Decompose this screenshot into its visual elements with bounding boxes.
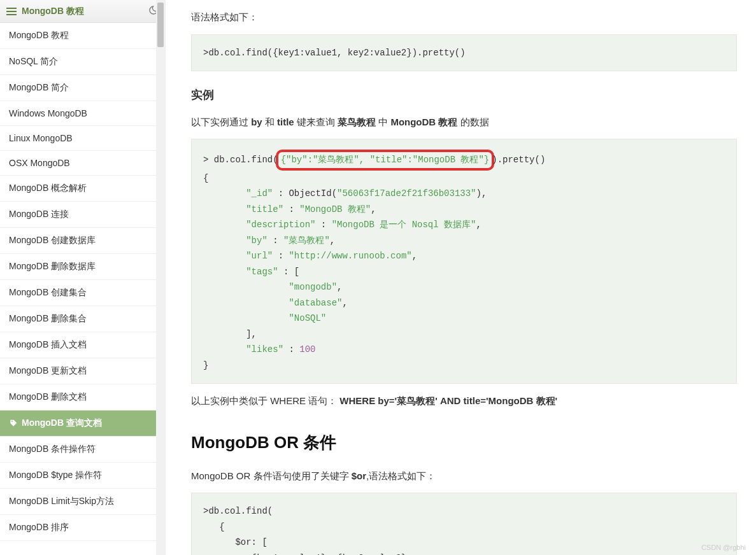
sidebar-item-label: MongoDB 排序 — [9, 522, 69, 532]
menu-icon — [6, 7, 17, 16]
sidebar-item-6[interactable]: MongoDB 概念解析 — [0, 176, 165, 202]
where-comparison: 以上实例中类似于 WHERE 语句： WHERE by='菜鸟教程' AND t… — [191, 393, 737, 409]
or-heading: MongoDB OR 条件 — [191, 428, 737, 456]
sidebar-item-label: MongoDB 简介 — [9, 82, 69, 92]
or-syntax-code: >db.col.find( { $or: [ {key1: value1}, {… — [191, 493, 737, 555]
sidebar-item-label: NoSQL 简介 — [9, 56, 58, 66]
sidebar-item-12[interactable]: MongoDB 插入文档 — [0, 332, 165, 358]
sidebar-item-label: MongoDB 概念解析 — [9, 183, 87, 193]
sidebar-item-11[interactable]: MongoDB 删除集合 — [0, 306, 165, 332]
highlighted-query: {"by":"菜鸟教程", "title":"MongoDB 教程"} — [276, 150, 495, 171]
sidebar-item-label: MongoDB 删除集合 — [9, 313, 87, 323]
sidebar-item-10[interactable]: MongoDB 创建集合 — [0, 280, 165, 306]
sidebar-header[interactable]: MongoDB 教程 — [0, 0, 165, 23]
sidebar-item-label: OSX MongoDB — [9, 158, 70, 168]
sidebar-item-13[interactable]: MongoDB 更新文档 — [0, 358, 165, 384]
scrollbar-thumb[interactable] — [157, 3, 164, 47]
sidebar-item-18[interactable]: MongoDB Limit与Skip方法 — [0, 489, 165, 515]
sidebar-item-label: MongoDB 教程 — [9, 30, 69, 40]
sidebar-item-2[interactable]: MongoDB 简介 — [0, 75, 165, 101]
sidebar-item-label: MongoDB 插入文档 — [9, 339, 87, 349]
sidebar-list: MongoDB 教程NoSQL 简介MongoDB 简介Windows Mong… — [0, 23, 165, 555]
sidebar-title: MongoDB 教程 — [22, 6, 84, 17]
sidebar-item-4[interactable]: Linux MongoDB — [0, 126, 165, 151]
sidebar-item-8[interactable]: MongoDB 创建数据库 — [0, 228, 165, 254]
sidebar-item-16[interactable]: MongoDB 条件操作符 — [0, 437, 165, 463]
and-syntax-code: >db.col.find({key1:value1, key2:value2})… — [191, 34, 737, 72]
sidebar-item-label: MongoDB 条件操作符 — [9, 444, 96, 454]
sidebar-item-14[interactable]: MongoDB 删除文档 — [0, 384, 165, 411]
sidebar-item-3[interactable]: Windows MongoDB — [0, 101, 165, 126]
tag-icon — [9, 419, 18, 428]
sidebar-item-1[interactable]: NoSQL 简介 — [0, 49, 165, 75]
sidebar-item-label: MongoDB 删除数据库 — [9, 261, 96, 271]
example-heading: 实例 — [191, 85, 737, 105]
sidebar-item-0[interactable]: MongoDB 教程 — [0, 23, 165, 49]
watermark: CSDN @rgbhi — [701, 544, 746, 551]
sidebar-item-17[interactable]: MongoDB $type 操作符 — [0, 463, 165, 489]
sidebar-item-label: MongoDB $type 操作符 — [9, 470, 102, 480]
sidebar-item-label: Linux MongoDB — [9, 133, 73, 143]
and-syntax-intro: 语法格式如下： — [191, 9, 737, 25]
sidebar-item-5[interactable]: OSX MongoDB — [0, 151, 165, 176]
sidebar-item-9[interactable]: MongoDB 删除数据库 — [0, 254, 165, 280]
sidebar-item-label: Windows MongoDB — [9, 108, 87, 118]
sidebar-item-label: MongoDB Limit与Skip方法 — [9, 496, 114, 506]
sidebar-item-label: MongoDB 查询文档 — [22, 418, 102, 429]
sidebar-item-label: MongoDB 创建数据库 — [9, 235, 96, 245]
sidebar-item-15[interactable]: MongoDB 查询文档 — [0, 411, 165, 437]
sidebar-item-7[interactable]: MongoDB 连接 — [0, 202, 165, 228]
sidebar-item-label: MongoDB 创建集合 — [9, 287, 87, 297]
or-intro: MongoDB OR 条件语句使用了关键字 $or,语法格式如下： — [191, 468, 737, 484]
sidebar-item-label: MongoDB 更新文档 — [9, 365, 87, 376]
example-intro: 以下实例通过 by 和 title 键来查询 菜鸟教程 中 MongoDB 教程… — [191, 114, 737, 130]
sidebar-item-label: MongoDB 连接 — [9, 209, 69, 219]
main-content: 语法格式如下： >db.col.find({key1:value1, key2:… — [166, 0, 756, 555]
sidebar: MongoDB 教程 MongoDB 教程NoSQL 简介MongoDB 简介W… — [0, 0, 166, 555]
sidebar-scrollbar[interactable] — [156, 0, 165, 555]
example-code: > db.col.find({"by":"菜鸟教程", "title":"Mon… — [191, 139, 737, 384]
sidebar-item-19[interactable]: MongoDB 排序 — [0, 515, 165, 541]
sidebar-item-label: MongoDB 删除文档 — [9, 391, 87, 402]
